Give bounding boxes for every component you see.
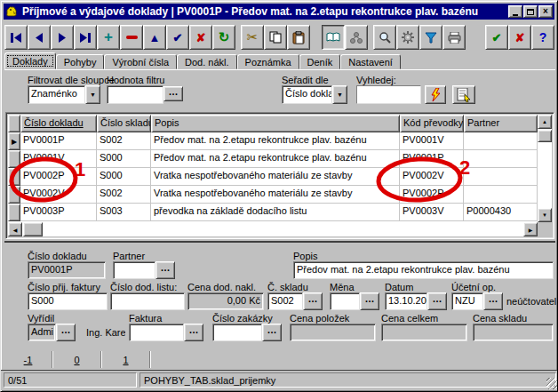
popis-field[interactable]: Předov mat. na 2.etapu rekontrukce plav.… xyxy=(293,261,554,279)
cell-cislo-dokladu[interactable]: PV0003P xyxy=(20,204,97,221)
cell-popis[interactable]: převodka na základě dodacího listu xyxy=(151,204,400,221)
print-button[interactable] xyxy=(442,25,466,50)
zero-button[interactable]: 0 xyxy=(53,351,100,368)
mena-browse-button[interactable]: … xyxy=(360,292,379,310)
tab-doklady[interactable]: Doklady xyxy=(4,52,56,69)
nav-last-button[interactable] xyxy=(74,25,97,50)
cell-popis[interactable]: Předov mat. na 2.etapu rekontrukce plav.… xyxy=(151,150,400,168)
table-row[interactable]: PV0003P S003 převodka na základě dodacíh… xyxy=(8,204,552,221)
cislo-prij-faktury-field[interactable]: S000 xyxy=(28,292,108,310)
tab-dod-nakl[interactable]: Dod. nákl. xyxy=(177,54,237,69)
faktura-field[interactable] xyxy=(129,324,184,341)
edit-record-button[interactable]: ▲ xyxy=(143,25,166,50)
maximize-button[interactable] xyxy=(523,5,538,18)
cell-partner[interactable]: P0000430 xyxy=(464,204,538,221)
cell-popis[interactable]: Vratka nespotřebovaného materiálu ze sta… xyxy=(151,168,400,186)
sort-combo[interactable]: Číslo dokla ▼ xyxy=(282,85,347,104)
delete-record-button[interactable] xyxy=(120,25,143,50)
datum-field[interactable]: 13.10.200 xyxy=(385,292,427,310)
table-row[interactable]: PV0001V S000 Předov mat. na 2.etapu reko… xyxy=(8,150,552,168)
cell-kod-prevodky[interactable]: PV0002V xyxy=(400,168,464,186)
nav-next-button[interactable] xyxy=(51,25,74,50)
cell-cislo-skladu[interactable]: S002 xyxy=(97,132,151,150)
scroll-left-button[interactable]: ◀ xyxy=(8,222,22,236)
cell-kod-prevodky[interactable]: PV0003V xyxy=(400,204,464,221)
cut-button[interactable]: ✂ xyxy=(241,25,264,50)
cell-partner[interactable] xyxy=(464,150,538,168)
cell-cislo-skladu[interactable]: S000 xyxy=(97,168,151,186)
cancel-edit-button[interactable]: ✘ xyxy=(189,25,212,50)
horizontal-scrollbar[interactable]: ◀ ▶ xyxy=(8,222,538,236)
column-header-kod-prevodky[interactable]: Kód převodky xyxy=(400,115,464,132)
column-header-popis[interactable]: Popis xyxy=(151,115,400,132)
cell-cislo-skladu[interactable]: S003 xyxy=(97,204,151,221)
add-record-button[interactable]: + xyxy=(97,25,120,50)
nav-prev-button[interactable] xyxy=(28,25,51,50)
tab-poznamka[interactable]: Poznámka xyxy=(237,54,299,69)
cell-kod-prevodky[interactable]: PV0001V xyxy=(400,132,464,150)
cell-partner[interactable] xyxy=(464,186,538,204)
paste-button[interactable] xyxy=(287,25,310,50)
row-selector[interactable] xyxy=(8,150,20,168)
cell-cislo-skladu[interactable]: S002 xyxy=(97,186,151,204)
filter-column-dropdown-button[interactable]: ▼ xyxy=(85,85,100,104)
cell-popis[interactable]: Vratka nespotřebovaného materiálu ze sta… xyxy=(151,186,400,204)
horizontal-scroll-thumb[interactable] xyxy=(23,222,43,236)
confirm-button[interactable]: ✔ xyxy=(485,25,508,50)
c-skladu-browse-button[interactable]: … xyxy=(303,292,323,310)
cell-cislo-skladu[interactable]: S000 xyxy=(97,150,151,168)
column-header-partner[interactable]: Partner xyxy=(464,115,538,132)
vertical-scroll-thumb[interactable] xyxy=(538,130,552,142)
vyridil-browse-button[interactable]: … xyxy=(56,324,76,341)
column-header-cislo-dokladu[interactable]: Číslo dokladu xyxy=(20,115,97,132)
refresh-button[interactable]: ↻ xyxy=(212,25,235,50)
copy-button[interactable] xyxy=(264,25,287,50)
cislo-zakazky-browse-button[interactable]: … xyxy=(262,324,282,341)
filter-value-browse-button[interactable]: … xyxy=(163,86,183,101)
faktura-browse-button[interactable]: … xyxy=(184,324,203,341)
filter-button[interactable] xyxy=(419,25,442,50)
ucetni-op-browse-button[interactable]: … xyxy=(483,292,503,310)
datum-browse-button[interactable]: … xyxy=(427,292,447,310)
nav-first-button[interactable] xyxy=(4,25,28,50)
minimize-button[interactable] xyxy=(508,5,522,18)
cell-cislo-dokladu[interactable]: PV0002V xyxy=(20,186,97,204)
scroll-down-button[interactable]: ▼ xyxy=(538,208,552,222)
resize-grip[interactable] xyxy=(546,378,558,389)
settings-button[interactable] xyxy=(396,25,419,50)
cell-partner[interactable] xyxy=(464,168,538,186)
one-button[interactable]: 1 xyxy=(102,351,149,368)
search-input[interactable] xyxy=(356,85,421,104)
tab-denik[interactable]: Deník xyxy=(299,54,341,69)
cell-kod-prevodky[interactable]: PV0001P xyxy=(400,150,464,168)
cell-partner[interactable] xyxy=(464,132,538,150)
c-skladu-field[interactable]: S002 xyxy=(267,292,303,310)
tab-vyrobni-cisla[interactable]: Výrobní čísla xyxy=(104,54,177,69)
row-selector[interactable] xyxy=(8,204,20,221)
table-row[interactable]: ▶ PV0001P S002 Předov mat. na 2.etapu re… xyxy=(8,132,552,150)
tab-nastaveni[interactable]: Nastavení xyxy=(340,54,401,69)
mena-field[interactable] xyxy=(330,292,360,310)
table-row[interactable]: PV0002P S000 Vratka nespotřebovaného mat… xyxy=(8,168,552,186)
search-execute-button[interactable] xyxy=(425,85,446,104)
sort-dropdown-button[interactable]: ▼ xyxy=(332,85,347,104)
scroll-up-button[interactable]: ▲ xyxy=(538,115,552,129)
ucetni-op-field[interactable]: NZU xyxy=(451,292,483,310)
row-selector[interactable] xyxy=(8,168,20,186)
cell-cislo-dokladu[interactable]: PV0001V xyxy=(20,150,97,168)
help-button[interactable]: ? xyxy=(531,25,554,50)
cislo-dod-listu-field[interactable] xyxy=(110,292,185,310)
filter-column-combo[interactable]: Znaménko ▼ xyxy=(28,85,100,104)
partner-field[interactable] xyxy=(113,261,155,279)
cell-cislo-dokladu[interactable]: PV0002P xyxy=(20,168,97,186)
column-header-cislo-skladu[interactable]: Číslo skladu xyxy=(97,115,151,132)
scroll-right-button[interactable]: ▶ xyxy=(523,222,538,236)
partner-browse-button[interactable]: … xyxy=(155,261,175,279)
cell-popis[interactable]: Předov mat. na 2.etapu rekontrukce plav.… xyxy=(151,132,400,150)
row-selector[interactable] xyxy=(8,186,20,204)
minus-one-button[interactable]: -1 xyxy=(4,351,52,368)
table-row[interactable]: PV0002V S002 Vratka nespotřebovaného mat… xyxy=(8,186,552,204)
tree-view-button[interactable] xyxy=(345,25,368,50)
discard-button[interactable]: ✘ xyxy=(508,25,531,50)
filter-value-input[interactable]: … xyxy=(107,85,184,104)
